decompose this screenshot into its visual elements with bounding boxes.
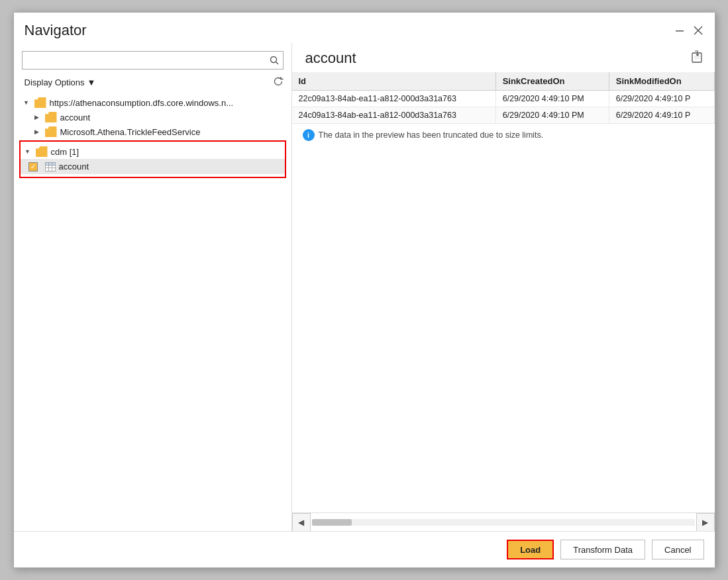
display-options-row: Display Options ▼: [14, 75, 291, 93]
collapse-arrow: ▼: [23, 147, 32, 156]
svg-rect-11: [692, 53, 702, 62]
info-message: The data in the preview has been truncat…: [319, 130, 544, 140]
tree-area: ▼ https://athenaconsumption.dfs.core.win…: [14, 93, 291, 531]
data-table-wrap: Id SinkCreatedOn SinkModifiedOn 22c09a13…: [292, 72, 715, 531]
scroll-track[interactable]: [312, 519, 695, 526]
info-bar: i The data in the preview has been trunc…: [292, 124, 715, 146]
cell-modified-1: 6/29/2020 4:49:10 P: [609, 91, 714, 107]
spacer: [292, 146, 715, 512]
checkbox-checked-icon[interactable]: ✓: [28, 162, 38, 171]
sidebar-item-microsoft[interactable]: ▶ Microsoft.Athena.TrickleFeedService: [14, 124, 291, 139]
display-options-button[interactable]: Display Options ▼: [22, 76, 99, 89]
navigator-dialog: Navigator: [13, 12, 715, 568]
search-row: [14, 48, 291, 75]
folder-icon: [36, 146, 48, 157]
col-header-sinkmodifiedon: SinkModifiedOn: [609, 72, 714, 91]
left-panel: Display Options ▼ ▼ https://athenaconsum…: [14, 43, 292, 531]
scroll-right-button[interactable]: ▶: [696, 513, 715, 532]
scroll-thumb[interactable]: [312, 519, 352, 526]
folder-icon: [45, 112, 57, 122]
cancel-button[interactable]: Cancel: [652, 540, 703, 559]
cell-id-1: 22c09a13-84ab-ea11-a812-000d3a31a763: [292, 91, 496, 107]
right-header: account: [292, 43, 715, 72]
cell-id-2: 24c09a13-84ab-ea11-a812-000d3a31a763: [292, 107, 496, 124]
info-icon: i: [303, 129, 315, 141]
folder-icon: [34, 97, 46, 108]
window-controls: [674, 24, 704, 36]
cell-created-2: 6/29/2020 4:49:10 PM: [495, 107, 609, 124]
svg-rect-0: [676, 30, 684, 32]
tree-root-item[interactable]: ▼ https://athenaconsumption.dfs.core.win…: [14, 95, 291, 110]
collapse-arrow: ▼: [22, 98, 31, 107]
horizontal-scrollbar[interactable]: ◀ ▶: [292, 512, 715, 531]
dialog-title: Navigator: [25, 22, 87, 39]
footer: Load Transform Data Cancel: [14, 531, 715, 567]
col-header-sinkcreatedon: SinkCreatedOn: [495, 72, 609, 91]
sidebar-item-account[interactable]: ▶ account: [14, 110, 291, 124]
cdm-container: ▼ cdm [1] ✓: [19, 140, 286, 178]
cdm-account-label: account: [59, 162, 89, 171]
title-bar: Navigator: [14, 13, 715, 43]
microsoft-label: Microsoft.Athena.TrickleFeedService: [60, 127, 201, 137]
main-content: Display Options ▼ ▼ https://athenaconsum…: [14, 43, 715, 531]
expand-arrow: ▶: [32, 127, 42, 136]
data-table: Id SinkCreatedOn SinkModifiedOn 22c09a13…: [292, 72, 715, 124]
table-row: 22c09a13-84ab-ea11-a812-000d3a31a763 6/2…: [292, 91, 715, 107]
search-input[interactable]: [22, 51, 284, 70]
cell-modified-2: 6/29/2020 4:49:10 P: [609, 107, 714, 124]
svg-rect-10: [45, 162, 55, 165]
table-icon: [45, 162, 56, 171]
cdm-header[interactable]: ▼ cdm [1]: [21, 144, 285, 159]
folder-icon: [45, 126, 57, 137]
export-icon[interactable]: [691, 50, 704, 66]
selected-account-row[interactable]: ✓ account: [21, 159, 285, 174]
minimize-button[interactable]: [674, 24, 686, 36]
chevron-down-icon: ▼: [87, 77, 96, 87]
transform-data-button[interactable]: Transform Data: [560, 540, 645, 559]
scroll-left-button[interactable]: ◀: [292, 513, 311, 532]
display-options-label: Display Options: [25, 77, 85, 87]
col-header-id: Id: [292, 72, 496, 91]
cdm-label: cdm [1]: [51, 147, 79, 157]
load-button[interactable]: Load: [507, 540, 554, 559]
close-button[interactable]: [692, 24, 704, 36]
expand-arrow: ▶: [32, 113, 42, 122]
right-panel: account Id SinkCreatedOn: [292, 43, 715, 531]
right-panel-title: account: [305, 50, 356, 67]
root-url-label: https://athenaconsumption.dfs.core.windo…: [50, 98, 234, 108]
account-label: account: [60, 113, 91, 122]
cell-created-1: 6/29/2020 4:49:10 PM: [495, 91, 609, 107]
refresh-icon[interactable]: [273, 76, 284, 89]
table-row: 24c09a13-84ab-ea11-a812-000d3a31a763 6/2…: [292, 107, 715, 124]
